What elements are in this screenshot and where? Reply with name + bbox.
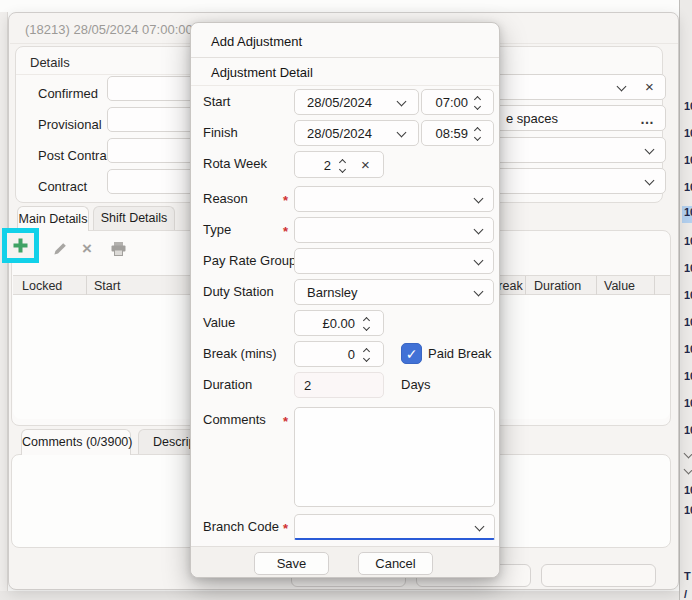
confirmed-label: Confirmed xyxy=(38,86,98,102)
column-header-start[interactable]: Start xyxy=(94,278,120,294)
duty-station-dropdown[interactable]: Barnsley xyxy=(294,279,494,305)
text-fragment: T xyxy=(684,570,691,582)
ellipsis-button[interactable]: … xyxy=(640,114,655,124)
pay-rate-group-dropdown[interactable] xyxy=(294,248,494,274)
list-item[interactable]: 10 xyxy=(684,262,692,274)
list-item[interactable]: 10 xyxy=(684,127,692,139)
start-label: Start xyxy=(203,94,230,110)
edit-icon[interactable] xyxy=(52,241,68,257)
chevron-down-icon[interactable] xyxy=(645,145,655,155)
clear-icon[interactable]: × xyxy=(645,79,654,94)
required-marker: * xyxy=(283,521,288,536)
add-adjustment-dialog: Add Adjustment Adjustment Detail Start 2… xyxy=(190,22,500,578)
clear-icon[interactable]: × xyxy=(361,157,370,172)
tab-comments[interactable]: Comments (0/3900) xyxy=(21,429,131,455)
type-dropdown[interactable] xyxy=(294,217,494,243)
reason-dropdown[interactable] xyxy=(294,186,494,212)
print-icon[interactable] xyxy=(110,241,127,257)
list-item[interactable]: 10 xyxy=(684,235,692,247)
spinner-down-icon[interactable] xyxy=(363,355,370,362)
list-item[interactable]: 10 xyxy=(684,370,692,382)
value-label: Value xyxy=(203,315,235,331)
start-date-field[interactable]: 28/05/2024 xyxy=(294,89,419,115)
dialog-title-divider xyxy=(191,57,499,58)
chevron-down-icon[interactable] xyxy=(397,128,407,138)
add-button-highlight-box xyxy=(2,228,39,263)
start-time-field[interactable]: 07:00 xyxy=(421,89,494,115)
finish-date-field[interactable]: 28/05/2024 xyxy=(294,120,419,146)
list-item[interactable]: 10 xyxy=(684,154,692,166)
list-item[interactable]: 10 xyxy=(684,181,692,193)
finish-label: Finish xyxy=(203,125,238,141)
chevron-down-icon xyxy=(684,449,692,459)
chevron-down-icon[interactable] xyxy=(397,97,407,107)
break-mins-spinner[interactable]: 0 xyxy=(294,341,384,367)
column-divider xyxy=(86,276,87,296)
spinner-down-icon[interactable] xyxy=(474,134,481,141)
dialog-title: Add Adjustment xyxy=(211,34,302,50)
branch-code-dropdown[interactable] xyxy=(294,514,495,540)
text-fragment: / xyxy=(684,588,687,600)
screen: { "window": { "title": "(18213) 28/05/20… xyxy=(0,0,692,600)
cancel-button[interactable]: Cancel xyxy=(358,552,433,575)
paid-break-label: Paid Break xyxy=(428,346,492,362)
rota-week-value: 2 xyxy=(319,158,331,174)
duration-value: 2 xyxy=(304,378,311,394)
chevron-down-icon[interactable] xyxy=(474,225,484,235)
chevron-down-icon[interactable] xyxy=(617,82,627,92)
delete-icon[interactable]: × xyxy=(82,241,92,256)
list-item[interactable]: 10 xyxy=(684,484,692,496)
column-header-value[interactable]: Value xyxy=(604,278,635,294)
start-date-value: 28/05/2024 xyxy=(307,95,372,111)
chevron-down-icon[interactable] xyxy=(474,287,484,297)
paid-break-checkbox[interactable]: ✓ xyxy=(401,343,422,364)
chevron-down-icon xyxy=(684,465,692,475)
footer-button-3[interactable] xyxy=(541,564,656,587)
details-group-title: Details xyxy=(30,55,70,71)
list-item[interactable]: 10 xyxy=(684,397,692,409)
finish-time-field[interactable]: 08:59 xyxy=(421,120,494,146)
comments-label: Comments xyxy=(203,412,266,428)
column-divider xyxy=(654,276,655,296)
left-backdrop-strip xyxy=(0,12,8,600)
pay-rate-group-label: Pay Rate Group xyxy=(203,253,296,269)
tab-shift-details[interactable]: Shift Details xyxy=(93,206,175,230)
chevron-down-icon[interactable] xyxy=(645,176,655,186)
break-mins-value: 0 xyxy=(300,347,355,363)
list-item[interactable]: 10 xyxy=(684,289,692,301)
rota-week-label: Rota Week xyxy=(203,156,267,172)
duty-station-value: Barnsley xyxy=(307,285,358,301)
list-item[interactable]: 10 xyxy=(684,504,692,516)
provisional-label: Provisional xyxy=(38,117,102,133)
spinner-down-icon[interactable] xyxy=(363,324,370,331)
value-spinner[interactable]: £0.00 xyxy=(294,310,384,336)
list-item[interactable]: 10 xyxy=(684,343,692,355)
break-mins-label: Break (mins) xyxy=(203,346,277,362)
column-header-locked[interactable]: Locked xyxy=(22,278,62,294)
list-item[interactable]: 10 xyxy=(684,424,692,436)
chevron-down-icon[interactable] xyxy=(474,256,484,266)
contract-label: Contract xyxy=(38,179,87,195)
column-divider xyxy=(525,276,526,296)
list-item-selected[interactable]: 10 xyxy=(682,206,692,223)
add-button[interactable] xyxy=(7,233,34,258)
spinner-down-icon[interactable] xyxy=(474,103,481,110)
spinner-down-icon[interactable] xyxy=(339,166,346,173)
comments-textarea[interactable] xyxy=(294,407,495,507)
dialog-footer: Save Cancel xyxy=(191,546,499,577)
spaces-field-text: e spaces xyxy=(506,111,558,127)
column-header-duration[interactable]: Duration xyxy=(534,278,581,294)
list-item[interactable]: 10 xyxy=(684,100,692,112)
start-time-value: 07:00 xyxy=(430,95,468,111)
finish-time-value: 08:59 xyxy=(430,126,468,142)
section-divider xyxy=(191,85,499,86)
add-icon xyxy=(12,237,29,254)
chevron-down-icon[interactable] xyxy=(474,194,484,204)
duration-field: 2 xyxy=(294,372,384,398)
list-item[interactable]: 10 xyxy=(684,316,692,328)
reason-label: Reason xyxy=(203,191,248,207)
rota-week-field[interactable]: 2 × xyxy=(294,151,384,178)
save-button[interactable]: Save xyxy=(254,552,329,575)
column-divider xyxy=(596,276,597,296)
chevron-down-icon[interactable] xyxy=(475,522,485,532)
